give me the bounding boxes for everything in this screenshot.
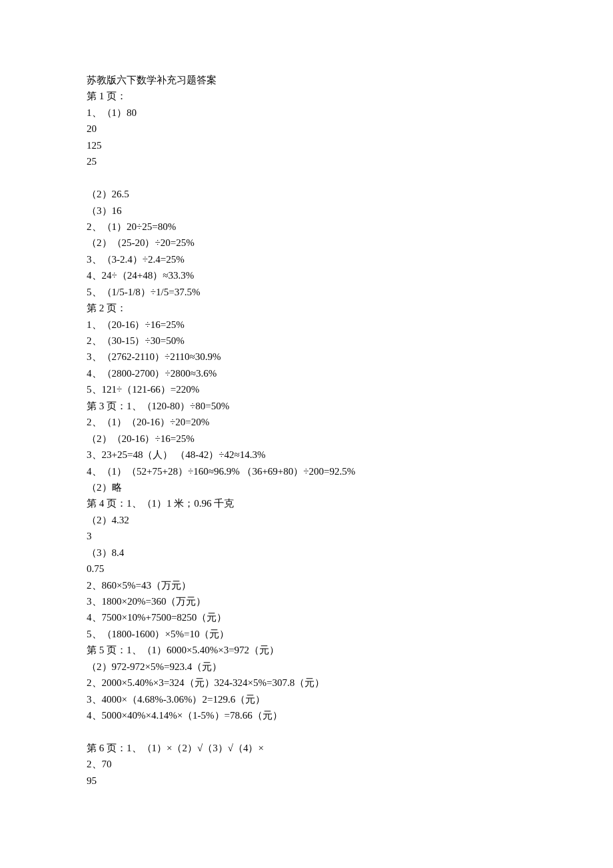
text-line: 0.75 <box>87 561 526 577</box>
text-line: 5、（1/5-1/8）÷1/5=37.5% <box>87 284 526 300</box>
text-line: 2、（30-15）÷30=50% <box>87 333 526 349</box>
text-line: 4、24÷（24+48）≈33.3% <box>87 267 526 283</box>
text-line: 3、4000×（4.68%-3.06%）2=129.6（元） <box>87 691 526 707</box>
text-line: 95 <box>87 773 526 789</box>
text-line: 第 6 页：1、（1）×（2）√（3）√（4）× <box>87 740 526 756</box>
text-line: 5、121÷（121-66）=220% <box>87 381 526 397</box>
text-line: （2）（20-16）÷16=25% <box>87 431 526 447</box>
text-line: 3、（3-2.4）÷2.4=25% <box>87 251 526 267</box>
text-line: 2、（1）（20-16）÷20=20% <box>87 414 526 430</box>
text-line: 第 1 页： <box>87 88 526 104</box>
text-line: （2）26.5 <box>87 186 526 202</box>
text-line: 20 <box>87 121 526 137</box>
text-line: 25 <box>87 153 526 169</box>
text-line: 3、（2762-2110）÷2110≈30.9% <box>87 349 526 365</box>
text-line: 4、5000×40%×4.14%×（1-5%）=78.66（元） <box>87 707 526 723</box>
text-line: （3）16 <box>87 203 526 219</box>
text-line: 3、1800×20%=360（万元） <box>87 593 526 609</box>
text-line: 2、70 <box>87 756 526 772</box>
text-line: 3 <box>87 528 526 544</box>
text-line: （2）略 <box>87 479 526 495</box>
text-line: 2、（1）20÷25=80% <box>87 219 526 235</box>
text-line: 4、（2800-2700）÷2800≈3.6% <box>87 365 526 381</box>
text-line: 第 3 页：1、（120-80）÷80=50% <box>87 398 526 414</box>
text-line: 第 2 页： <box>87 300 526 316</box>
text-line: （2）4.32 <box>87 512 526 528</box>
text-line: 5、（1800-1600）×5%=10（元） <box>87 626 526 642</box>
text-line <box>87 724 526 740</box>
text-line: （2）（25-20）÷20=25% <box>87 235 526 251</box>
text-line: 苏教版六下数学补充习题答案 <box>87 72 526 88</box>
text-line: 4、7500×10%+7500=8250（元） <box>87 609 526 625</box>
text-line <box>87 170 526 186</box>
text-line: 4、（1）（52+75+28）÷160≈96.9% （36+69+80）÷200… <box>87 463 526 479</box>
text-line: 125 <box>87 137 526 153</box>
text-line: 第 5 页：1、（1）6000×5.40%×3=972（元） <box>87 642 526 658</box>
text-line: 1、（20-16）÷16=25% <box>87 317 526 333</box>
text-line: 2、2000×5.40%×3=324（元）324-324×5%=307.8（元） <box>87 675 526 691</box>
text-line: 第 4 页：1、（1）1 米；0.96 千克 <box>87 495 526 511</box>
text-line: （2）972-972×5%=923.4（元） <box>87 659 526 675</box>
text-line: 3、23+25=48（人） （48-42）÷42≈14.3% <box>87 447 526 463</box>
document-content: 苏教版六下数学补充习题答案第 1 页：1、（1）802012525（2）26.5… <box>87 72 526 789</box>
text-line: （3）8.4 <box>87 545 526 561</box>
text-line: 1、（1）80 <box>87 105 526 121</box>
text-line: 2、860×5%=43（万元） <box>87 577 526 593</box>
